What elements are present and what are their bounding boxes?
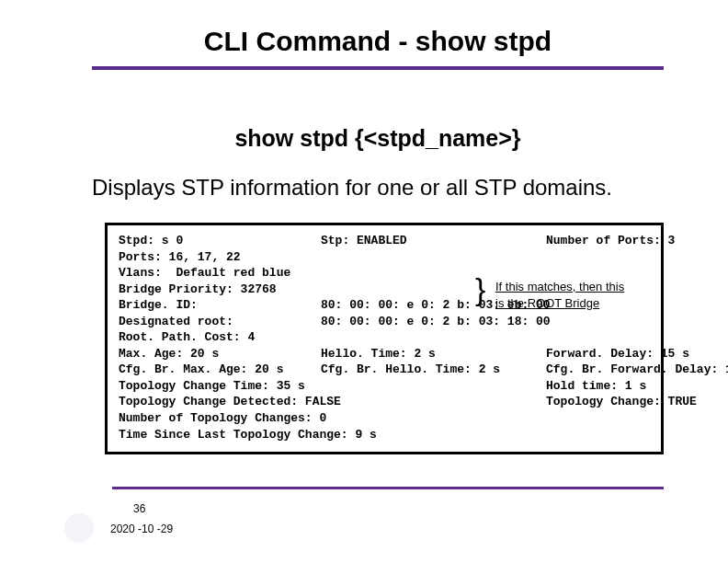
code-line: Stp: ENABLED [321, 233, 546, 249]
code-line: Topology Change Detected: FALSE [119, 394, 546, 410]
decorative-dot [64, 513, 94, 543]
code-line: Ports: 16, 17, 22 [119, 249, 650, 266]
code-line: Cfg. Br. Hello. Time: 2 s [321, 362, 546, 378]
subtitle: show stpd {<stpd_name>} [92, 125, 664, 152]
code-line: Cfg. Br. Forward. Delay: 15 s [546, 362, 728, 376]
page-title: CLI Command - show stpd [92, 26, 664, 57]
code-line: Hello. Time: 2 s [321, 346, 546, 362]
footer-rule [112, 487, 664, 489]
code-line: Cfg. Br. Max. Age: 20 s [119, 362, 321, 378]
code-line: Number of Ports: 3 [546, 234, 675, 247]
description-text: Displays STP information for one or all … [92, 175, 664, 201]
code-line: Hold time: 1 s [546, 379, 646, 393]
slide-number: 36 [133, 502, 145, 515]
brace-icon: } [475, 273, 485, 304]
code-line: Forward. Delay: 15 s [546, 347, 689, 361]
code-line: Topology Change Time: 35 s [119, 378, 546, 395]
callout-annotation: } If this matches, then this is the ROOT… [492, 279, 654, 311]
code-line: 80: 00: 00: e 0: 2 b: 03: 18: 00 [321, 314, 546, 330]
title-rule [92, 66, 664, 70]
code-line: Topology Change: TRUE [546, 395, 697, 408]
code-line: Number of Topology Changes: 0 [119, 410, 650, 427]
callout-line: is the ROOT Bridge [495, 296, 599, 310]
code-line: Time Since Last Topology Change: 9 s [119, 427, 650, 443]
code-line: Root. Path. Cost: 4 [119, 329, 650, 346]
slide-date: 2020 -10 -29 [110, 523, 173, 535]
code-line: Stpd: s 0 [119, 233, 321, 249]
code-line: Max. Age: 20 s [119, 346, 321, 362]
code-line: Designated root: [119, 314, 321, 330]
code-output-box: Stpd: s 0Stp: ENABLEDNumber of Ports: 3 … [105, 223, 664, 454]
callout-line: If this matches, then this [495, 280, 624, 293]
code-line: Bridge. ID: [119, 297, 321, 314]
